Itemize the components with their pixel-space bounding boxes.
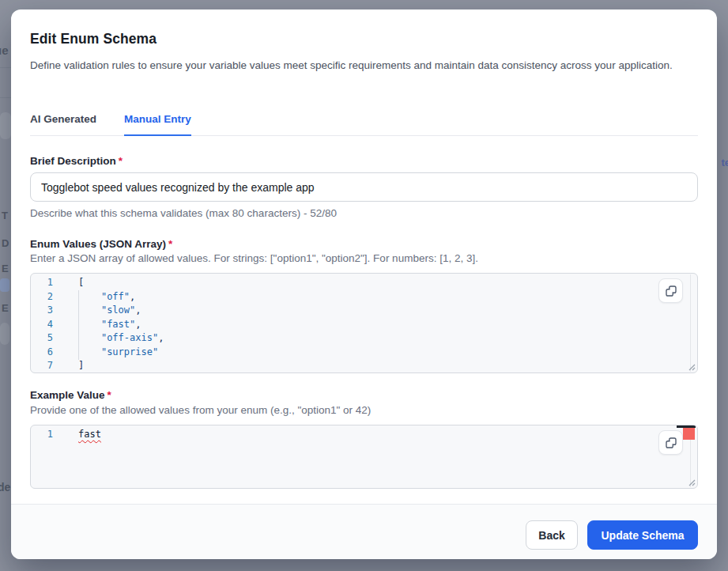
tab-manual-entry[interactable]: Manual Entry <box>124 112 191 136</box>
code-line: 3 "slow", <box>31 304 697 318</box>
editor-scrollbar-track <box>690 274 691 372</box>
edit-enum-schema-dialog: Edit Enum Schema Define validation rules… <box>11 9 717 559</box>
example-value-editor[interactable]: 1fast <box>30 425 698 489</box>
background-text-fragment: D <box>2 237 9 249</box>
back-button[interactable]: Back <box>526 520 578 550</box>
line-number: 4 <box>31 318 53 332</box>
code-line: 5 "off-axis", <box>31 331 697 346</box>
background-card <box>0 323 9 345</box>
footer-buttons: Back Update Schema <box>526 520 698 550</box>
background-divider <box>0 97 11 98</box>
example-value-label: Example Value* <box>30 388 111 403</box>
copy-button[interactable] <box>658 278 683 303</box>
resize-grip-icon[interactable] <box>687 478 696 486</box>
dialog-footer: Back Update Schema <box>11 504 717 559</box>
copy-button[interactable] <box>658 430 683 455</box>
update-schema-button[interactable]: Update Schema <box>587 520 698 550</box>
code-line: 7] <box>31 359 697 373</box>
background-link-fragment: te <box>721 157 728 168</box>
background-text-fragment: T <box>2 210 8 221</box>
resize-grip-icon[interactable] <box>687 362 696 371</box>
brief-description-input[interactable] <box>30 172 698 202</box>
background-card <box>0 112 11 139</box>
enum-values-helper: Enter a JSON array of allowed values. Fo… <box>30 251 478 266</box>
screen: ue T D E E de te Edit Enum Schema Define… <box>0 0 728 571</box>
dialog-description: Define validation rules to ensure your v… <box>30 57 677 74</box>
code-line: 2 "off", <box>31 290 697 304</box>
line-number: 1 <box>31 276 53 290</box>
enum-values-editor[interactable]: 1[2 "off",3 "slow",4 "fast",5 "off-axis"… <box>30 273 698 373</box>
brief-description-helper: Describe what this schema validates (max… <box>30 206 337 221</box>
enum-values-label: Enum Values (JSON Array)* <box>30 237 172 251</box>
code-line: 4 "fast", <box>31 318 697 332</box>
line-number: 3 <box>31 304 53 318</box>
copy-icon <box>664 436 678 450</box>
required-asterisk: * <box>119 155 123 167</box>
code-line: 1fast <box>31 428 697 442</box>
background-text-fragment: E <box>2 263 9 274</box>
background-text-fragment: E <box>2 302 9 314</box>
required-asterisk: * <box>168 238 172 250</box>
tab-bar: AI Generated Manual Entry <box>30 112 698 136</box>
background-badge <box>0 278 9 292</box>
line-number: 6 <box>31 346 53 360</box>
required-asterisk: * <box>108 389 111 401</box>
code-line: 6 "surprise" <box>31 346 697 360</box>
indent-guide <box>78 290 79 360</box>
brief-description-label: Brief Description* <box>30 154 123 168</box>
example-value-code[interactable]: 1fast <box>31 425 697 488</box>
line-number: 5 <box>31 331 53 346</box>
enum-values-code[interactable]: 1[2 "off",3 "slow",4 "fast",5 "off-axis"… <box>31 274 697 372</box>
line-number: 2 <box>31 290 53 304</box>
lint-error-marker <box>683 428 695 440</box>
background-text-fragment: ue <box>0 43 9 57</box>
copy-icon <box>664 284 678 298</box>
line-number: 7 <box>31 359 53 373</box>
line-number: 1 <box>31 428 53 442</box>
code-line: 1[ <box>31 276 697 290</box>
dialog-title: Edit Enum Schema <box>30 31 157 47</box>
background-text-fragment: de <box>0 481 10 493</box>
tab-ai-generated[interactable]: AI Generated <box>30 112 96 135</box>
background-divider <box>0 67 11 68</box>
example-value-helper: Provide one of the allowed values from y… <box>30 403 371 418</box>
